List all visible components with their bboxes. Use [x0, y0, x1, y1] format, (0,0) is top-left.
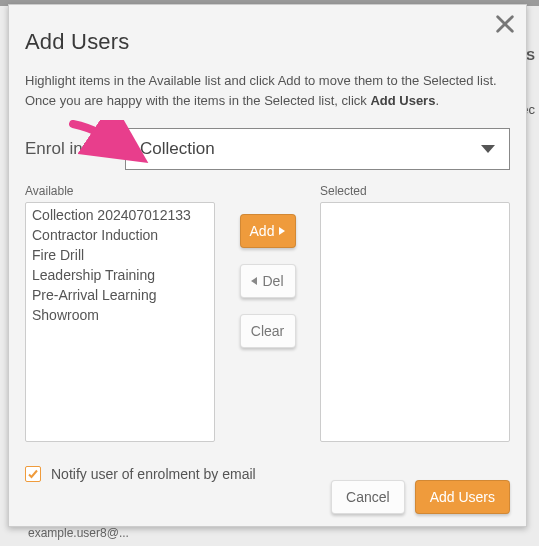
chevron-left-icon: [251, 277, 257, 285]
list-item[interactable]: Contractor Induction: [26, 225, 214, 245]
enrol-row: Enrol into Collection: [25, 128, 510, 170]
cancel-button-label: Cancel: [346, 489, 390, 505]
list-item[interactable]: Leadership Training: [26, 265, 214, 285]
list-item[interactable]: Fire Drill: [26, 245, 214, 265]
instruction-post: .: [435, 93, 439, 108]
del-button[interactable]: Del: [240, 264, 296, 298]
enrol-into-label: Enrol into: [25, 139, 125, 159]
available-label: Available: [25, 184, 215, 198]
selected-list[interactable]: [320, 202, 510, 442]
submit-add-users-button[interactable]: Add Users: [415, 480, 510, 514]
close-button[interactable]: [492, 11, 518, 37]
del-button-label: Del: [262, 273, 283, 289]
cancel-button[interactable]: Cancel: [331, 480, 405, 514]
modal-title: Add Users: [25, 29, 510, 55]
add-users-modal: Add Users Highlight items in the Availab…: [8, 4, 527, 527]
notify-label: Notify user of enrolment by email: [51, 466, 256, 482]
submit-button-label: Add Users: [430, 489, 495, 505]
list-item[interactable]: Collection 202407012133: [26, 205, 214, 225]
instruction-bold: Add Users: [370, 93, 435, 108]
transfer-lists: Available Collection 202407012133Contrac…: [25, 184, 510, 442]
clear-button-label: Clear: [251, 323, 284, 339]
notify-checkbox[interactable]: [25, 466, 41, 482]
list-item[interactable]: Pre-Arrival Learning: [26, 285, 214, 305]
enrol-into-value: Collection: [140, 139, 215, 159]
close-icon: [494, 13, 516, 35]
add-button[interactable]: Add: [240, 214, 296, 248]
chevron-right-icon: [279, 227, 285, 235]
chevron-down-icon: [481, 145, 495, 153]
background-email: example.user8@...: [28, 526, 129, 540]
transfer-buttons-column: Add Del Clear: [215, 184, 320, 442]
clear-button[interactable]: Clear: [240, 314, 296, 348]
instruction-text: Highlight items in the Available list an…: [25, 71, 510, 110]
check-icon: [27, 468, 39, 480]
selected-label: Selected: [320, 184, 510, 198]
modal-footer: Cancel Add Users: [331, 480, 510, 514]
enrol-into-select[interactable]: Collection: [125, 128, 510, 170]
available-column: Available Collection 202407012133Contrac…: [25, 184, 215, 442]
add-button-label: Add: [250, 223, 275, 239]
list-item[interactable]: Showroom: [26, 305, 214, 325]
available-list[interactable]: Collection 202407012133Contractor Induct…: [25, 202, 215, 442]
selected-column: Selected: [320, 184, 510, 442]
